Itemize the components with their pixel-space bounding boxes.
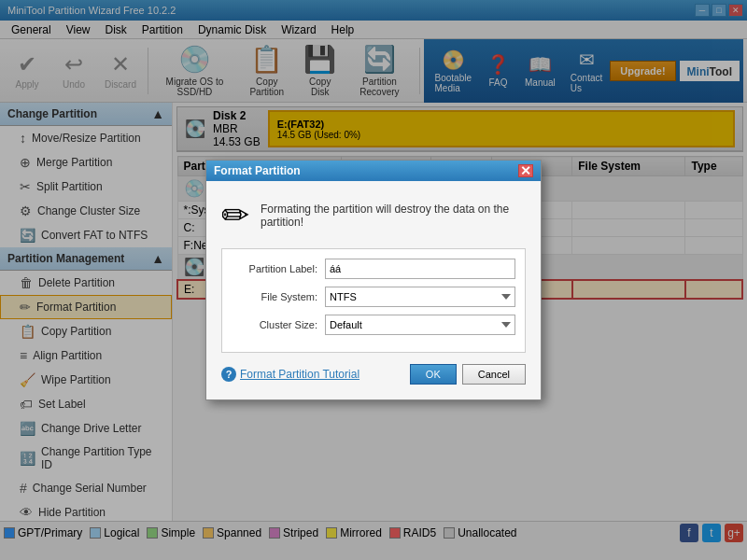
partition-label-label: Partition Label: — [232, 263, 325, 274]
cluster-size-select[interactable]: Default 512 1024 2048 4096 8192 — [325, 315, 515, 335]
file-system-label: File System: — [232, 291, 325, 302]
dialog-title: Format Partition — [214, 164, 301, 177]
format-tutorial-link[interactable]: ? Format Partition Tutorial — [221, 367, 359, 382]
partition-label-row: Partition Label: — [232, 259, 515, 279]
dialog-warning: ✏ Formating the partition will destroy t… — [221, 196, 526, 235]
ok-button[interactable]: OK — [410, 364, 457, 385]
file-system-row: File System: NTFS FAT32 FAT exFAT Ext2 E… — [232, 287, 515, 307]
dialog-body: ✏ Formating the partition will destroy t… — [206, 181, 541, 399]
file-system-select[interactable]: NTFS FAT32 FAT exFAT Ext2 Ext3 Ext4 — [325, 287, 515, 307]
dialog-form: Partition Label: File System: NTFS FAT32… — [221, 248, 526, 353]
dialog-overlay: Format Partition ✕ ✏ Formating the parti… — [0, 0, 747, 560]
dialog-warning-icon: ✏ — [221, 196, 249, 235]
dialog-footer: ? Format Partition Tutorial OK Cancel — [221, 364, 526, 385]
dialog-title-bar: Format Partition ✕ — [206, 161, 541, 181]
tutorial-link-label: Format Partition Tutorial — [240, 368, 359, 381]
dialog-close-button[interactable]: ✕ — [518, 164, 533, 177]
format-partition-dialog: Format Partition ✕ ✏ Formating the parti… — [205, 160, 542, 400]
dialog-buttons: OK Cancel — [410, 364, 526, 385]
partition-label-input[interactable] — [325, 259, 515, 279]
question-icon: ? — [221, 367, 236, 382]
cluster-size-row: Cluster Size: Default 512 1024 2048 4096… — [232, 315, 515, 335]
dialog-warning-text: Formating the partition will destroy the… — [261, 203, 526, 229]
cluster-size-label: Cluster Size: — [232, 319, 325, 330]
cancel-button[interactable]: Cancel — [462, 364, 526, 385]
